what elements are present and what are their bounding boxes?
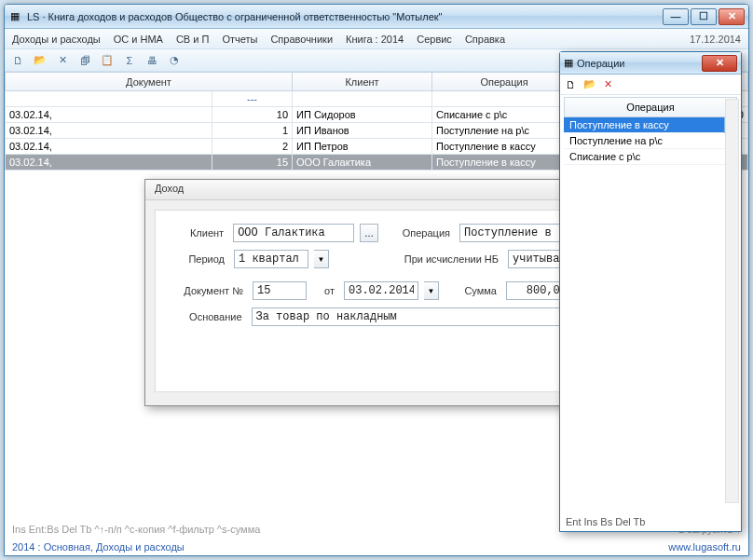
paste-icon[interactable]: 📋 (100, 53, 115, 68)
minimize-button[interactable]: — (663, 8, 689, 25)
menu-os[interactable]: ОС и НМА (114, 34, 163, 45)
menu-book[interactable]: Книга : 2014 (346, 34, 404, 45)
close-button[interactable]: ✕ (719, 8, 745, 25)
period-field[interactable] (234, 250, 308, 268)
ops-title-text: Операции (577, 58, 702, 69)
ops-new-icon[interactable]: 🗋 (566, 79, 576, 90)
ops-row[interactable]: Поступление на р\с (564, 133, 737, 149)
chart-icon[interactable]: ◔ (167, 53, 182, 68)
new-icon[interactable]: 🗋 (10, 53, 25, 68)
lbl-docno: Документ № (169, 285, 243, 296)
ops-close-button[interactable]: ✕ (702, 55, 737, 72)
app-icon: ▦ (8, 10, 21, 23)
col-op[interactable]: Операция (432, 73, 577, 91)
ops-scrollbar[interactable] (725, 99, 739, 503)
ops-toolbar: 🗋 📂 ✕ (560, 75, 741, 95)
ops-delete-icon[interactable]: ✕ (604, 78, 612, 90)
ops-row[interactable]: Списание с р\с (564, 149, 737, 165)
lbl-op: Операция (393, 227, 450, 239)
menu-reports[interactable]: Отчеты (222, 34, 257, 45)
footer: 2014 : Основная, Доходы и расходы www.lu… (12, 541, 741, 553)
window-title: LS · Книга доходов и расходов Общество с… (27, 11, 663, 22)
main-titlebar: ▦ LS · Книга доходов и расходов Общество… (5, 5, 748, 29)
ops-titlebar: ▦ Операции ✕ (560, 52, 741, 75)
footer-link[interactable]: www.lugasoft.ru (668, 541, 741, 553)
operations-window: ▦ Операции ✕ 🗋 📂 ✕ Операция Поступление … (559, 51, 742, 532)
delete-icon[interactable]: ✕ (55, 53, 70, 68)
income-dialog: Доход Клиент … Операция Период ▼ При исч… (144, 179, 605, 406)
menu-help[interactable]: Справка (465, 34, 505, 45)
lbl-client: Клиент (169, 227, 224, 239)
date-field[interactable] (344, 281, 418, 300)
ops-status: Ent Ins Bs Del Tb (566, 516, 645, 527)
menu-ref[interactable]: Справочники (270, 34, 333, 45)
ops-app-icon: ▦ (564, 57, 573, 69)
client-field[interactable] (233, 224, 354, 242)
maximize-button[interactable]: ☐ (691, 8, 717, 25)
menu-service[interactable]: Сервис (417, 34, 452, 45)
lbl-ot: от (312, 285, 335, 296)
ops-column-header[interactable]: Операция (564, 97, 737, 117)
dialog-title: Доход (145, 180, 604, 200)
ops-list: Поступление в кассу+ Поступление на р\с … (564, 117, 737, 165)
docno-field[interactable] (253, 281, 307, 300)
date-dropdown[interactable]: ▼ (424, 281, 439, 300)
lbl-nb: При исчислении НБ (389, 253, 499, 265)
ops-open-icon[interactable]: 📂 (583, 78, 596, 90)
period-dropdown[interactable]: ▼ (314, 250, 329, 268)
print-icon[interactable]: 🖶 (144, 53, 159, 68)
footer-book: 2014 : Основная, Доходы и расходы (12, 541, 185, 553)
menubar: Доходы и расходы ОС и НМА СВ и П Отчеты … (5, 29, 748, 49)
lbl-period: Период (169, 253, 225, 265)
sum-icon[interactable]: Σ (122, 53, 137, 68)
ops-row-selected[interactable]: Поступление в кассу+ (564, 117, 737, 133)
copy-icon[interactable]: 🗐 (77, 53, 92, 68)
status-hints: Ins Ent:Bs Del Tb ^↑-п/п ^с-копия ^f-фил… (12, 524, 260, 535)
basis-field[interactable] (252, 307, 581, 326)
lbl-basis: Основание (169, 311, 242, 322)
menu-sv[interactable]: СВ и П (176, 34, 209, 45)
menu-date: 17.12.2014 (690, 34, 741, 45)
col-doc[interactable]: Документ (6, 73, 293, 91)
client-lookup-button[interactable]: … (360, 224, 378, 242)
menu-income[interactable]: Доходы и расходы (12, 34, 101, 45)
open-icon[interactable]: 📂 (33, 53, 48, 68)
lbl-sum: Сумма (454, 285, 497, 296)
col-client[interactable]: Клиент (293, 73, 432, 91)
